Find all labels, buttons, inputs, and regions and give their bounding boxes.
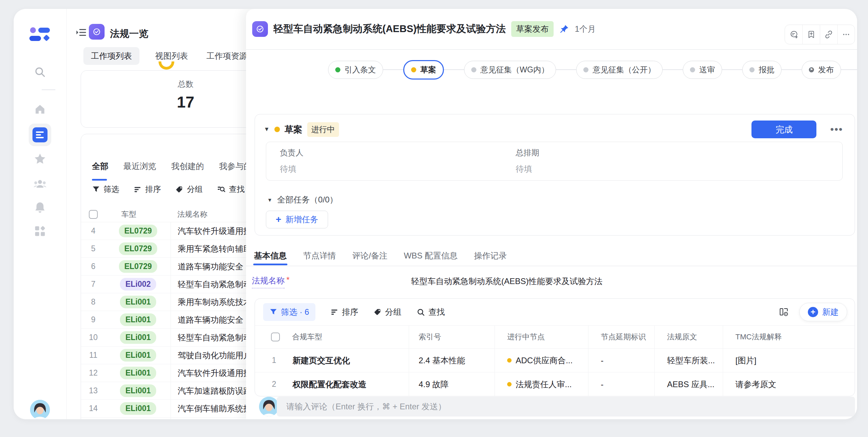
list-tab[interactable]: 我创建的: [171, 161, 204, 174]
rail-apps-button[interactable]: [33, 225, 46, 238]
row-number: 14: [81, 404, 106, 413]
search-list-icon: [217, 185, 226, 194]
bookmark-add-button[interactable]: [802, 25, 820, 44]
step-label: 报批: [759, 65, 774, 75]
grid-row[interactable]: 2权限配置化配套改造 4.9 故障 法规责任人审... - AEBS 应具...…: [255, 372, 855, 396]
status-badge: 草案发布: [511, 21, 554, 37]
field-label[interactable]: 法规名称: [252, 275, 285, 288]
required-mark: *: [286, 275, 289, 285]
collapse-sidebar-button[interactable]: [75, 27, 87, 40]
workflow-step[interactable]: 发布: [802, 61, 841, 79]
logo-icon: [29, 27, 51, 42]
add-task-button[interactable]: + 新增任务: [266, 211, 328, 228]
detail-tab[interactable]: 评论/备注: [352, 250, 388, 261]
rail-notifications-button[interactable]: [33, 201, 46, 214]
schedule-label: 总排期: [516, 147, 539, 158]
field-config-icon[interactable]: [779, 307, 789, 317]
grid-find-label: 查找: [429, 307, 445, 318]
tabs-divider: [246, 266, 857, 266]
rail-projects-button[interactable]: [29, 124, 51, 146]
comment-user-avatar: [259, 397, 279, 417]
workflow-step[interactable]: 引入条文: [328, 61, 383, 79]
workflow-step[interactable]: 报批: [742, 61, 782, 79]
find-button[interactable]: 查找: [217, 184, 245, 195]
row-node: ADC供应商合...: [516, 355, 573, 366]
node-status-dot: [274, 127, 280, 132]
step-label: 意见征集（公开）: [593, 65, 655, 75]
row-number: 1: [265, 356, 284, 365]
grid-filter-button[interactable]: 筛选 · 6: [263, 303, 315, 321]
model-badge: ELi001: [120, 402, 156, 415]
detail-tab[interactable]: 基本信息: [254, 250, 287, 261]
select-all-checkbox[interactable]: [89, 210, 98, 219]
collapse-node-icon[interactable]: ▼: [264, 126, 270, 133]
rail-members-button[interactable]: [33, 177, 47, 191]
detail-tab[interactable]: WBS 配置信息: [404, 250, 458, 261]
detail-tab[interactable]: 操作记录: [474, 250, 507, 261]
step-connector: [444, 69, 464, 70]
list-tab[interactable]: 最近浏览: [123, 161, 156, 174]
detail-header: 轻型车自动紧急制动系统(AEBS)性能要求及试验方法 草案发布 1个月: [246, 9, 857, 50]
all-tasks-row[interactable]: ▼ 全部任务（0/0）: [267, 194, 338, 205]
owner-field[interactable]: 负责人 待填: [280, 147, 303, 174]
star-icon: [33, 152, 46, 165]
workflow-step[interactable]: 意见征集（WG内）: [464, 61, 556, 79]
avatar-image: [30, 400, 50, 419]
schedule-field[interactable]: 总排期 待填: [516, 147, 539, 174]
grid-sort-button[interactable]: 排序: [330, 307, 358, 318]
rail-home-button[interactable]: [34, 103, 46, 115]
grid-group-button[interactable]: 分组: [374, 307, 402, 318]
row-number: 2: [265, 380, 284, 389]
step-status-dot: [690, 67, 695, 72]
grid-find-button[interactable]: 查找: [417, 307, 445, 318]
more-actions-button[interactable]: [837, 25, 855, 44]
comment-input[interactable]: [277, 397, 855, 417]
copy-link-button[interactable]: [820, 25, 837, 44]
owner-value: 待填: [280, 164, 303, 174]
workflow-step[interactable]: 草案: [403, 60, 444, 80]
rail-user-avatar[interactable]: [30, 400, 50, 419]
pin-icon[interactable]: [559, 24, 569, 34]
detail-tab[interactable]: 节点详情: [303, 250, 336, 261]
app-logo[interactable]: [29, 27, 51, 42]
collapse-tasks-icon[interactable]: ▼: [267, 197, 272, 203]
filter-button[interactable]: 筛选: [92, 184, 119, 195]
node-more-button[interactable]: •••: [830, 124, 843, 135]
sort-button[interactable]: 排序: [134, 184, 161, 195]
grid-group-label: 分组: [385, 307, 402, 318]
node-dot: [507, 382, 512, 386]
step-status-dot: [583, 67, 588, 72]
row-delay: -: [588, 372, 654, 396]
list-tab[interactable]: 全部: [92, 161, 108, 174]
grid-row[interactable]: 1新建页交互优化 2.4 基本性能 ADC供应商合... - 轻型车所装... …: [255, 349, 855, 372]
group-button[interactable]: 分组: [175, 184, 203, 195]
panel-tab[interactable]: 工作项列表: [83, 47, 139, 65]
tag-icon: [175, 185, 184, 194]
rail-search-button[interactable]: [33, 66, 46, 79]
work-item-check-icon: [252, 21, 268, 37]
all-tasks-label: 全部任务（0/0）: [277, 194, 338, 205]
row-number: 7: [81, 280, 106, 289]
field-value[interactable]: 轻型车自动紧急制动系统(AEBS)性能要求及试验方法: [411, 276, 855, 287]
rail-star-button[interactable]: [33, 152, 46, 165]
row-source: 轻型车所装...: [654, 349, 723, 372]
current-node-card: ▼ 草案 进行中 完成 ••• 负责人 待填 总排期 待填: [255, 114, 855, 236]
grid-select-all-checkbox[interactable]: [271, 333, 280, 341]
complete-button[interactable]: 完成: [751, 121, 816, 138]
link-icon: [824, 30, 833, 39]
row-title: 权限配置化配套改造: [293, 379, 366, 390]
model-badge: EL0729: [119, 242, 158, 255]
panel-title: 法规一览: [110, 27, 148, 40]
workflow-step[interactable]: 意见征集（公开）: [576, 61, 663, 79]
step-label: 发布: [818, 65, 834, 75]
filter-icon: [92, 185, 100, 194]
plus-circle-icon: +: [808, 307, 818, 317]
create-button[interactable]: + 新建: [799, 303, 847, 321]
add-comment-icon: [789, 30, 799, 39]
add-comment-button[interactable]: [785, 25, 802, 44]
grid-toolbar-right: + 新建: [779, 303, 855, 321]
sort-label: 排序: [145, 184, 161, 195]
node-card-header: ▼ 草案 进行中 完成 •••: [255, 114, 855, 138]
tag-icon: [374, 308, 382, 316]
workflow-step[interactable]: 送审: [683, 61, 722, 79]
